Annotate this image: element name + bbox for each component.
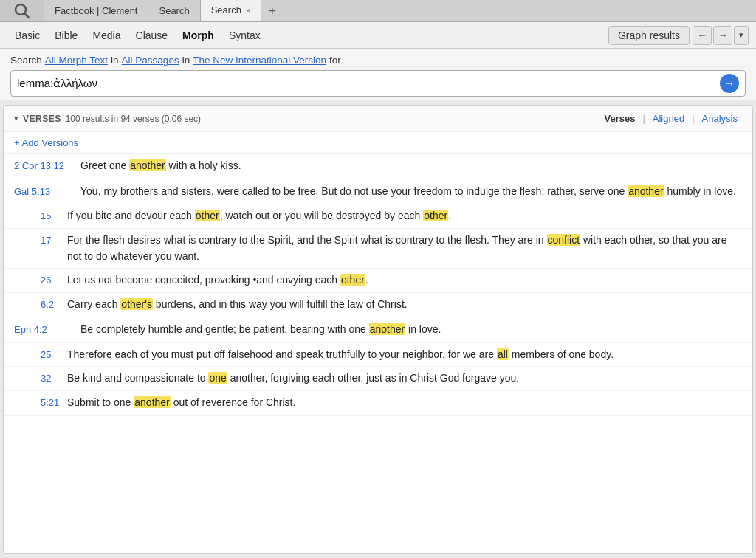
svg-line-1: [24, 13, 29, 18]
back-button[interactable]: ←: [693, 26, 712, 45]
highlight: other: [340, 274, 365, 286]
verse-text: Be completely humble and gentle; be pati…: [80, 322, 742, 338]
verse-ref[interactable]: Gal 5:13: [14, 184, 80, 199]
highlight: one: [208, 372, 227, 384]
tab-bar: Factbook | Clement Search Search × +: [0, 0, 756, 22]
verse-text: Submit to one another out of reverence f…: [67, 395, 742, 411]
verse-row: 17 For the flesh desires what is contrar…: [4, 229, 752, 269]
graph-results-label: Graph results: [618, 30, 680, 41]
forward-button[interactable]: →: [713, 26, 732, 45]
verse-num[interactable]: 17: [41, 232, 67, 248]
verse-text: For the flesh desires what is contrary t…: [67, 232, 742, 264]
search-icon: [0, 0, 44, 21]
verse-text: If you bite and devour each other, watch…: [67, 208, 742, 224]
for-label: for: [329, 55, 341, 66]
search-input[interactable]: [17, 78, 720, 90]
verse-row: Gal 5:13 You, my brothers and sisters, w…: [4, 179, 752, 205]
results-header: ▾ VERSES 100 results in 94 verses (0.06 …: [4, 106, 752, 132]
verse-row: 2 Cor 13:12 Greet one another with a hol…: [4, 154, 752, 179]
nav-basic[interactable]: Basic: [7, 25, 47, 46]
highlight: another: [628, 185, 664, 197]
results-area: ▾ VERSES 100 results in 94 verses (0.06 …: [3, 105, 753, 554]
highlight: other: [423, 210, 448, 221]
add-versions-row: + Add Versions: [4, 132, 752, 154]
view-aligned[interactable]: Aligned: [648, 111, 689, 125]
verse-num[interactable]: 25: [41, 347, 67, 362]
verse-row: 5:21 Submit to one another out of revere…: [4, 391, 752, 416]
verse-row: 25 Therefore each of you must put off fa…: [4, 343, 752, 368]
nav-syntax[interactable]: Syntax: [221, 25, 268, 46]
tab-factbook[interactable]: Factbook | Clement: [44, 0, 148, 21]
nav-dropdown-button[interactable]: ▾: [734, 26, 749, 45]
search-input-row: →: [10, 70, 746, 97]
search-go-button[interactable]: →: [720, 74, 739, 93]
verse-num[interactable]: 5:21: [41, 395, 67, 410]
graph-results-button[interactable]: Graph results: [608, 26, 690, 45]
new-tab-button[interactable]: +: [261, 0, 283, 21]
highlight: another: [129, 159, 165, 171]
view-analysis[interactable]: Analysis: [698, 111, 742, 125]
tab-search2[interactable]: Search ×: [201, 0, 262, 21]
verse-text: Greet one another with a holy kiss.: [80, 158, 742, 174]
close-tab-icon[interactable]: ×: [246, 6, 250, 15]
verse-num[interactable]: 32: [41, 371, 67, 386]
highlight: another: [134, 396, 170, 408]
nav-bible[interactable]: Bible: [47, 25, 85, 46]
verse-row: 26 Let us not become conceited, provokin…: [4, 269, 752, 293]
verse-row: 15 If you bite and devour each other, wa…: [4, 204, 752, 229]
verse-text: Therefore each of you must put off false…: [67, 347, 742, 363]
results-toggle[interactable]: ▾: [14, 114, 18, 123]
verse-num[interactable]: 26: [41, 272, 67, 288]
verse-text: Carry each other's burdens, and in this …: [67, 297, 742, 313]
results-count: 100 results in 94 verses (0.06 sec): [66, 114, 201, 124]
in-label: in: [111, 55, 119, 66]
verse-num[interactable]: 15: [41, 208, 67, 224]
verse-row: Eph 4:2 Be completely humble and gentle;…: [4, 317, 752, 343]
tab-search1[interactable]: Search: [148, 0, 200, 21]
verse-ref[interactable]: Eph 4:2: [14, 322, 80, 337]
in2-label: in: [182, 55, 190, 66]
verse-text: Let us not become conceited, provoking •…: [67, 272, 742, 289]
search-config: Search All Morph Text in All Passages in…: [0, 49, 756, 100]
add-versions-button[interactable]: + Add Versions: [14, 137, 78, 148]
search-prefix-label: Search: [10, 55, 42, 66]
go-icon: →: [724, 78, 735, 89]
view-options: Verses | Aligned | Analysis: [599, 111, 742, 125]
nav-clause[interactable]: Clause: [128, 25, 176, 46]
version-link[interactable]: The New International Version: [193, 55, 326, 66]
verse-row: 6:2 Carry each other's burdens, and in t…: [4, 293, 752, 317]
scope-link[interactable]: All Morph Text: [45, 55, 108, 66]
verse-text: Be kind and compassionate to one another…: [67, 371, 742, 387]
verse-num[interactable]: 6:2: [41, 297, 67, 312]
highlight: conflict: [547, 234, 581, 246]
view-verses[interactable]: Verses: [599, 111, 639, 125]
results-label: VERSES: [23, 114, 61, 124]
nav-media[interactable]: Media: [85, 25, 128, 46]
verse-ref[interactable]: 2 Cor 13:12: [14, 158, 80, 173]
highlight: other's: [120, 298, 153, 310]
verse-text: You, my brothers and sisters, were calle…: [80, 184, 742, 200]
highlight: other: [195, 210, 220, 221]
verse-row: 32 Be kind and compassionate to one anot…: [4, 367, 752, 391]
nav-bar: Basic Bible Media Clause Morph Syntax Gr…: [0, 22, 756, 49]
highlight: another: [369, 323, 405, 335]
highlight: all: [497, 348, 509, 360]
passages-link[interactable]: All Passages: [122, 55, 179, 66]
nav-morph[interactable]: Morph: [175, 25, 221, 46]
